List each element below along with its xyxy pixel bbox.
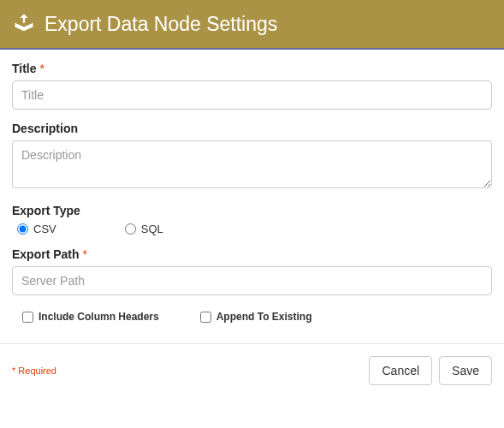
radio-sql-item: SQL — [125, 223, 163, 235]
required-star: * — [39, 62, 44, 75]
export-path-label-text: Export Path — [12, 247, 80, 261]
radio-csv[interactable] — [17, 223, 28, 235]
export-path-label: Export Path * — [12, 247, 492, 261]
save-button[interactable]: Save — [439, 356, 492, 385]
button-group: Cancel Save — [369, 356, 492, 385]
include-headers-label: Include Column Headers — [39, 311, 159, 323]
title-input[interactable] — [12, 80, 492, 110]
title-label-text: Title — [12, 62, 37, 75]
dialog-footer: * Required Cancel Save — [0, 343, 504, 397]
append-existing-label: Append To Existing — [216, 311, 312, 323]
cancel-button[interactable]: Cancel — [369, 356, 432, 385]
append-existing-item: Append To Existing — [200, 311, 312, 323]
dialog-title: Export Data Node Settings — [44, 13, 277, 36]
export-type-group: CSV SQL — [12, 223, 492, 235]
required-star: * — [82, 247, 86, 261]
append-existing-checkbox[interactable] — [200, 312, 211, 323]
checkbox-row: Include Column Headers Append To Existin… — [12, 311, 492, 323]
dialog-header: Export Data Node Settings — [0, 0, 504, 50]
radio-csv-label: CSV — [33, 223, 56, 235]
required-note: * Required — [12, 366, 56, 376]
radio-sql[interactable] — [125, 223, 136, 235]
export-path-input[interactable] — [12, 266, 492, 295]
include-headers-item: Include Column Headers — [22, 311, 159, 323]
description-label: Description — [12, 122, 492, 135]
radio-csv-item: CSV — [17, 223, 56, 235]
dialog-content: Title * Description Export Type CSV SQL … — [0, 50, 504, 343]
radio-sql-label: SQL — [141, 223, 163, 235]
export-type-label: Export Type — [12, 204, 492, 217]
title-label: Title * — [12, 62, 492, 75]
description-input[interactable] — [12, 140, 492, 188]
include-headers-checkbox[interactable] — [22, 312, 33, 323]
export-icon — [12, 12, 36, 36]
